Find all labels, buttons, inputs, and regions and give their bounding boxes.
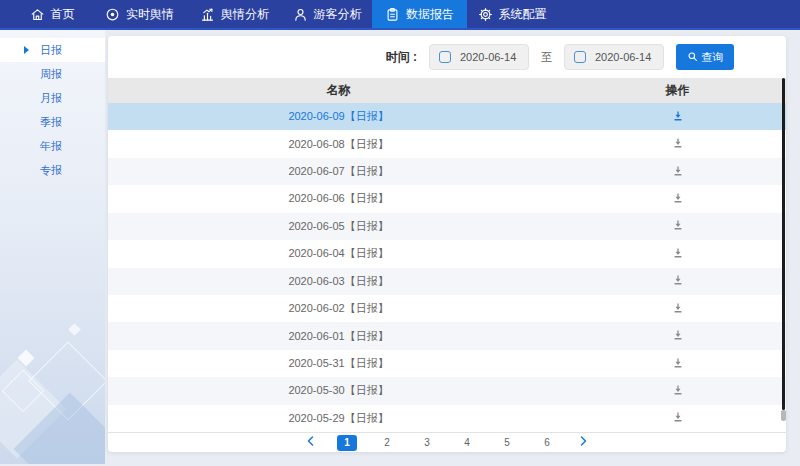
- sidebar-item-label: 季报: [40, 115, 62, 130]
- sidebar-item-label: 周报: [40, 67, 62, 82]
- sidebar-menu: 日报周报月报季报年报专报: [0, 30, 105, 182]
- operation-cell: [569, 329, 786, 343]
- report-name: 2020-06-02【日报】: [108, 301, 569, 316]
- nav-item-label: 系统配置: [499, 6, 547, 23]
- operation-cell: [569, 192, 786, 206]
- home-icon: [30, 7, 45, 22]
- page-number-4[interactable]: 4: [457, 435, 477, 451]
- nav-item-6[interactable]: 系统配置: [467, 0, 557, 28]
- page-number-2[interactable]: 2: [377, 435, 397, 451]
- table-row[interactable]: 2020-06-01【日报】: [108, 322, 786, 349]
- sidebar-item-6[interactable]: 专报: [0, 158, 105, 182]
- download-icon: [672, 219, 684, 233]
- table-row[interactable]: 2020-06-05【日报】: [108, 213, 786, 240]
- nav-item-1[interactable]: 首页: [12, 0, 92, 28]
- gear-icon: [478, 7, 493, 22]
- download-button[interactable]: [672, 329, 684, 343]
- download-button[interactable]: [672, 165, 684, 179]
- nav-item-2[interactable]: 实时舆情: [92, 0, 187, 28]
- sidebar-item-2[interactable]: 周报: [0, 62, 105, 86]
- time-filter-label: 时间 :: [386, 49, 417, 66]
- download-icon: [672, 329, 684, 343]
- download-button[interactable]: [672, 274, 684, 288]
- scrollbar-thumb[interactable]: [782, 78, 785, 410]
- sidebar-item-4[interactable]: 季报: [0, 110, 105, 134]
- table-row[interactable]: 2020-05-30【日报】: [108, 377, 786, 404]
- sidebar-item-5[interactable]: 年报: [0, 134, 105, 158]
- page-number-3[interactable]: 3: [417, 435, 437, 451]
- report-name: 2020-06-05【日报】: [108, 219, 569, 234]
- download-button[interactable]: [672, 110, 684, 124]
- sidebar: 日报周报月报季报年报专报: [0, 30, 105, 464]
- next-page-button[interactable]: [577, 435, 589, 450]
- page-number-5[interactable]: 5: [497, 435, 517, 451]
- nav-item-label: 数据报告: [406, 6, 454, 23]
- download-icon: [672, 357, 684, 371]
- table-row[interactable]: 2020-06-03【日报】: [108, 268, 786, 295]
- sidebar-item-1[interactable]: 日报: [0, 38, 105, 62]
- start-date-input[interactable]: 2020-06-14: [429, 44, 529, 70]
- prev-page-button[interactable]: [305, 435, 317, 450]
- download-icon: [672, 302, 684, 316]
- table-body: 2020-06-09【日报】2020-06-08【日报】2020-06-07【日…: [108, 103, 786, 433]
- table-row[interactable]: 2020-06-02【日报】: [108, 295, 786, 322]
- app-root: 首页实时舆情舆情分析游客分析数据报告系统配置 日报周报月报季报年报专报 时间 :…: [0, 0, 800, 464]
- download-button[interactable]: [672, 247, 684, 261]
- download-icon: [672, 384, 684, 398]
- download-button[interactable]: [672, 137, 684, 151]
- operation-cell: [569, 165, 786, 179]
- page-number-1[interactable]: 1: [337, 435, 357, 451]
- sidebar-item-3[interactable]: 月报: [0, 86, 105, 110]
- table-header: 名称 操作: [108, 78, 786, 103]
- nav-item-5[interactable]: 数据报告: [372, 0, 467, 28]
- operation-cell: [569, 137, 786, 151]
- top-navbar: 首页实时舆情舆情分析游客分析数据报告系统配置: [0, 0, 800, 30]
- start-date-value: 2020-06-14: [460, 51, 516, 63]
- end-date-input[interactable]: 2020-06-14: [564, 44, 664, 70]
- table-row[interactable]: 2020-06-08【日报】: [108, 130, 786, 157]
- operation-cell: [569, 247, 786, 261]
- nav-item-label: 舆情分析: [221, 6, 269, 23]
- search-button[interactable]: 查询: [676, 44, 734, 70]
- download-button[interactable]: [672, 411, 684, 425]
- table-row[interactable]: 2020-06-04【日报】: [108, 240, 786, 267]
- date-range-to-label: 至: [541, 50, 552, 65]
- operation-cell: [569, 110, 786, 124]
- search-button-label: 查询: [702, 50, 724, 65]
- sidebar-item-label: 月报: [40, 91, 62, 106]
- table-row[interactable]: 2020-05-29【日报】: [108, 405, 786, 432]
- chart-icon: [200, 7, 215, 22]
- download-icon: [672, 165, 684, 179]
- report-name: 2020-05-29【日报】: [108, 411, 569, 426]
- nav-item-3[interactable]: 舆情分析: [187, 0, 282, 28]
- table-scrollbar[interactable]: [782, 78, 785, 421]
- operation-cell: [569, 274, 786, 288]
- nav-item-4[interactable]: 游客分析: [282, 0, 372, 28]
- download-button[interactable]: [672, 219, 684, 233]
- download-button[interactable]: [672, 384, 684, 398]
- sidebar-item-label: 专报: [40, 163, 62, 178]
- clipboard-icon: [385, 7, 400, 22]
- table-row[interactable]: 2020-05-31【日报】: [108, 350, 786, 377]
- operation-cell: [569, 411, 786, 425]
- download-button[interactable]: [672, 357, 684, 371]
- table-row[interactable]: 2020-06-06【日报】: [108, 185, 786, 212]
- report-name: 2020-05-31【日报】: [108, 356, 569, 371]
- download-icon: [672, 110, 684, 124]
- table-row[interactable]: 2020-06-07【日报】: [108, 158, 786, 185]
- calendar-icon: [574, 51, 586, 63]
- column-header-name: 名称: [108, 82, 569, 99]
- report-name: 2020-06-07【日报】: [108, 164, 569, 179]
- deco-square: [68, 323, 81, 336]
- page-number-6[interactable]: 6: [537, 435, 557, 451]
- calendar-icon: [439, 51, 451, 63]
- download-button[interactable]: [672, 192, 684, 206]
- sidebar-item-label: 日报: [40, 43, 62, 58]
- operation-cell: [569, 357, 786, 371]
- operation-cell: [569, 219, 786, 233]
- report-name: 2020-06-06【日报】: [108, 191, 569, 206]
- download-button[interactable]: [672, 302, 684, 316]
- filter-bar: 时间 : 2020-06-14 至 2020-06-14 查询: [108, 36, 786, 78]
- chevron-right-icon: [577, 435, 589, 450]
- table-row[interactable]: 2020-06-09【日报】: [108, 103, 786, 130]
